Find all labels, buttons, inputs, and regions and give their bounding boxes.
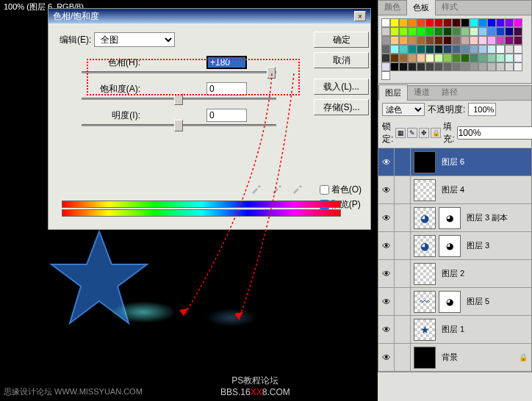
swatch[interactable] xyxy=(425,36,434,45)
edit-select[interactable]: 全图 xyxy=(94,32,175,47)
layer-thumb[interactable] xyxy=(414,179,436,201)
hue-thumb[interactable] xyxy=(267,67,276,79)
swatch[interactable] xyxy=(478,27,487,36)
swatch[interactable] xyxy=(478,36,487,45)
swatch[interactable] xyxy=(452,36,461,45)
swatch[interactable] xyxy=(514,54,522,62)
link-cell[interactable] xyxy=(395,316,411,343)
swatch[interactable] xyxy=(461,54,470,62)
lock-all-icon[interactable]: 🔒 xyxy=(431,128,441,138)
swatch[interactable] xyxy=(514,45,522,54)
swatch[interactable] xyxy=(434,62,443,71)
swatch[interactable] xyxy=(470,62,478,71)
swatch[interactable] xyxy=(461,62,470,71)
swatch[interactable] xyxy=(496,27,505,36)
swatch[interactable] xyxy=(408,27,417,36)
swatch[interactable] xyxy=(390,36,399,45)
colorize-checkbox[interactable]: 着色(O) xyxy=(320,184,362,196)
swatch[interactable] xyxy=(487,36,496,45)
swatch[interactable] xyxy=(425,54,434,62)
swatch[interactable] xyxy=(478,54,487,62)
swatch[interactable] xyxy=(417,45,425,54)
swatch[interactable] xyxy=(487,54,496,62)
swatch[interactable] xyxy=(514,62,522,71)
swatch[interactable] xyxy=(505,36,514,45)
swatch[interactable] xyxy=(443,18,452,27)
close-button[interactable]: × xyxy=(354,11,366,21)
swatch[interactable] xyxy=(487,62,496,71)
swatch[interactable] xyxy=(408,18,417,27)
swatch[interactable] xyxy=(505,45,514,54)
swatch[interactable] xyxy=(470,36,478,45)
visibility-toggle[interactable]: 👁 xyxy=(378,288,395,315)
swatch[interactable] xyxy=(381,54,390,62)
swatch[interactable] xyxy=(452,45,461,54)
saturation-thumb[interactable] xyxy=(174,93,183,105)
swatch[interactable] xyxy=(452,18,461,27)
swatch[interactable] xyxy=(514,36,522,45)
swatch[interactable] xyxy=(443,54,452,62)
link-cell[interactable] xyxy=(395,260,411,287)
swatch[interactable] xyxy=(425,45,434,54)
visibility-toggle[interactable]: 👁 xyxy=(378,176,395,203)
swatch[interactable] xyxy=(417,27,425,36)
swatch[interactable] xyxy=(496,45,505,54)
link-cell[interactable] xyxy=(395,176,411,203)
swatch[interactable] xyxy=(408,54,417,62)
layer-thumb[interactable] xyxy=(414,263,436,285)
cancel-button[interactable]: 取消 xyxy=(314,52,369,68)
swatch[interactable] xyxy=(408,45,417,54)
link-cell[interactable] xyxy=(395,148,411,176)
swatch[interactable] xyxy=(514,18,522,27)
layer-thumb[interactable]: 〰 xyxy=(414,291,436,313)
layer-mask-thumb[interactable]: ◕ xyxy=(439,235,461,257)
swatch[interactable] xyxy=(381,27,390,36)
tab-layers[interactable]: 图层 xyxy=(378,84,408,101)
lock-position-icon[interactable]: ✥ xyxy=(419,128,429,138)
link-cell[interactable] xyxy=(395,344,411,371)
swatch[interactable] xyxy=(417,36,425,45)
swatch[interactable] xyxy=(399,36,408,45)
layer-mask-thumb[interactable]: ◕ xyxy=(439,291,461,313)
swatch[interactable] xyxy=(461,27,470,36)
lightness-input[interactable] xyxy=(206,109,247,122)
layer-thumb[interactable] xyxy=(414,347,436,369)
swatch[interactable] xyxy=(505,27,514,36)
layer-row[interactable]: 👁图层 6 xyxy=(378,148,531,176)
lightness-thumb[interactable] xyxy=(174,120,183,131)
swatch[interactable] xyxy=(425,62,434,71)
swatch[interactable] xyxy=(514,27,522,36)
layer-row[interactable]: 👁★图层 1 xyxy=(378,316,531,344)
swatch[interactable] xyxy=(390,54,399,62)
tab-swatches[interactable]: 色板 xyxy=(406,0,436,15)
swatch[interactable] xyxy=(399,54,408,62)
swatch[interactable] xyxy=(381,71,390,80)
visibility-toggle[interactable]: 👁 xyxy=(378,204,395,231)
swatch[interactable] xyxy=(381,36,390,45)
layer-row[interactable]: 👁图层 4 xyxy=(378,176,531,204)
layer-row[interactable]: 👁〰◕图层 5 xyxy=(378,288,531,316)
lock-transparent-icon[interactable]: ▦ xyxy=(395,128,406,138)
swatch[interactable] xyxy=(470,27,478,36)
visibility-toggle[interactable]: 👁 xyxy=(378,260,395,287)
layer-row[interactable]: 👁背景🔒 xyxy=(378,344,531,372)
visibility-toggle[interactable]: 👁 xyxy=(378,316,395,343)
layer-thumb[interactable]: ◕ xyxy=(414,207,436,229)
ok-button[interactable]: 确定 xyxy=(314,32,369,48)
swatch[interactable] xyxy=(408,36,417,45)
swatch[interactable] xyxy=(399,62,408,71)
swatch[interactable] xyxy=(434,36,443,45)
fill-input[interactable] xyxy=(457,126,532,140)
dialog-titlebar[interactable]: 色相/饱和度 × xyxy=(48,9,370,24)
swatch[interactable] xyxy=(461,45,470,54)
swatch[interactable] xyxy=(470,54,478,62)
swatch[interactable] xyxy=(443,45,452,54)
link-cell[interactable] xyxy=(395,288,411,315)
swatch[interactable] xyxy=(487,27,496,36)
tab-paths[interactable]: 路径 xyxy=(436,84,464,100)
swatch[interactable] xyxy=(434,54,443,62)
swatch[interactable] xyxy=(443,36,452,45)
visibility-toggle[interactable]: 👁 xyxy=(378,148,395,176)
swatch[interactable] xyxy=(470,18,478,27)
swatch[interactable] xyxy=(452,27,461,36)
